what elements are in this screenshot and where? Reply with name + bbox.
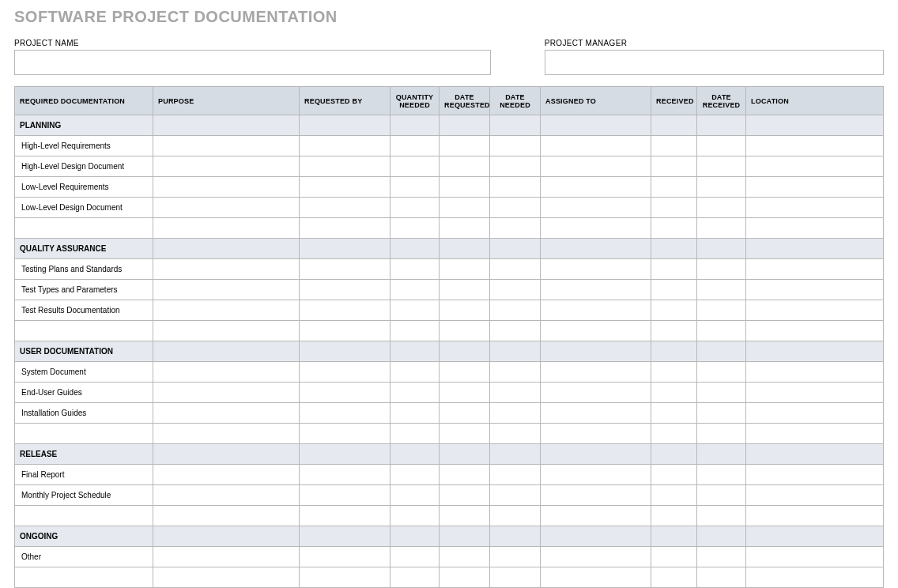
data-cell[interactable] xyxy=(391,506,440,526)
data-cell[interactable] xyxy=(541,424,651,444)
data-cell[interactable] xyxy=(541,506,651,526)
data-cell[interactable] xyxy=(300,362,391,383)
data-cell[interactable] xyxy=(391,259,440,280)
data-cell[interactable] xyxy=(391,218,440,239)
data-cell[interactable] xyxy=(153,177,300,198)
data-cell[interactable] xyxy=(746,177,884,198)
data-cell[interactable] xyxy=(153,485,300,506)
data-cell[interactable] xyxy=(541,383,651,403)
data-cell[interactable] xyxy=(440,198,490,218)
data-cell[interactable] xyxy=(490,136,541,156)
data-cell[interactable] xyxy=(651,280,697,300)
data-cell[interactable] xyxy=(651,547,697,567)
data-cell[interactable] xyxy=(391,485,440,506)
data-cell[interactable] xyxy=(697,506,746,526)
data-cell[interactable] xyxy=(440,547,490,567)
data-cell[interactable] xyxy=(440,383,490,403)
data-cell[interactable] xyxy=(391,465,440,485)
data-cell[interactable] xyxy=(697,485,746,506)
data-cell[interactable] xyxy=(651,506,697,526)
data-cell[interactable] xyxy=(300,321,391,341)
data-cell[interactable] xyxy=(153,156,300,177)
data-cell[interactable] xyxy=(541,136,651,156)
data-cell[interactable] xyxy=(440,259,490,280)
data-cell[interactable] xyxy=(300,300,391,321)
data-cell[interactable] xyxy=(490,280,541,300)
data-cell[interactable] xyxy=(490,362,541,383)
data-cell[interactable] xyxy=(300,280,391,300)
data-cell[interactable] xyxy=(697,567,746,588)
data-cell[interactable] xyxy=(697,465,746,485)
data-cell[interactable] xyxy=(440,177,490,198)
data-cell[interactable] xyxy=(697,321,746,341)
data-cell[interactable] xyxy=(153,567,300,588)
doc-name-cell[interactable] xyxy=(15,567,153,588)
data-cell[interactable] xyxy=(153,383,300,403)
data-cell[interactable] xyxy=(391,136,440,156)
data-cell[interactable] xyxy=(391,156,440,177)
data-cell[interactable] xyxy=(541,280,651,300)
data-cell[interactable] xyxy=(391,424,440,444)
data-cell[interactable] xyxy=(746,567,884,588)
data-cell[interactable] xyxy=(697,547,746,567)
data-cell[interactable] xyxy=(153,259,300,280)
data-cell[interactable] xyxy=(746,259,884,280)
data-cell[interactable] xyxy=(746,547,884,567)
data-cell[interactable] xyxy=(746,383,884,403)
data-cell[interactable] xyxy=(300,383,391,403)
data-cell[interactable] xyxy=(391,362,440,383)
data-cell[interactable] xyxy=(391,547,440,567)
data-cell[interactable] xyxy=(651,383,697,403)
data-cell[interactable] xyxy=(300,485,391,506)
data-cell[interactable] xyxy=(153,547,300,567)
data-cell[interactable] xyxy=(651,567,697,588)
data-cell[interactable] xyxy=(440,567,490,588)
data-cell[interactable] xyxy=(440,156,490,177)
data-cell[interactable] xyxy=(440,506,490,526)
data-cell[interactable] xyxy=(490,485,541,506)
data-cell[interactable] xyxy=(651,156,697,177)
data-cell[interactable] xyxy=(697,424,746,444)
data-cell[interactable] xyxy=(541,362,651,383)
data-cell[interactable] xyxy=(697,403,746,424)
data-cell[interactable] xyxy=(490,177,541,198)
data-cell[interactable] xyxy=(651,485,697,506)
data-cell[interactable] xyxy=(300,567,391,588)
data-cell[interactable] xyxy=(300,506,391,526)
data-cell[interactable] xyxy=(153,300,300,321)
data-cell[interactable] xyxy=(697,177,746,198)
doc-name-cell[interactable]: Other xyxy=(15,547,153,567)
data-cell[interactable] xyxy=(300,465,391,485)
data-cell[interactable] xyxy=(746,156,884,177)
data-cell[interactable] xyxy=(440,218,490,239)
data-cell[interactable] xyxy=(541,321,651,341)
data-cell[interactable] xyxy=(746,362,884,383)
data-cell[interactable] xyxy=(697,259,746,280)
data-cell[interactable] xyxy=(746,485,884,506)
doc-name-cell[interactable] xyxy=(15,321,153,341)
data-cell[interactable] xyxy=(300,424,391,444)
project-manager-input[interactable] xyxy=(545,50,884,75)
data-cell[interactable] xyxy=(153,506,300,526)
data-cell[interactable] xyxy=(153,403,300,424)
data-cell[interactable] xyxy=(651,198,697,218)
data-cell[interactable] xyxy=(541,465,651,485)
data-cell[interactable] xyxy=(490,156,541,177)
data-cell[interactable] xyxy=(490,218,541,239)
doc-name-cell[interactable]: Testing Plans and Standards xyxy=(15,259,153,280)
data-cell[interactable] xyxy=(541,156,651,177)
data-cell[interactable] xyxy=(746,506,884,526)
doc-name-cell[interactable] xyxy=(15,506,153,526)
data-cell[interactable] xyxy=(300,218,391,239)
data-cell[interactable] xyxy=(651,424,697,444)
data-cell[interactable] xyxy=(541,567,651,588)
data-cell[interactable] xyxy=(300,177,391,198)
data-cell[interactable] xyxy=(541,218,651,239)
data-cell[interactable] xyxy=(440,424,490,444)
data-cell[interactable] xyxy=(490,465,541,485)
data-cell[interactable] xyxy=(541,485,651,506)
data-cell[interactable] xyxy=(490,567,541,588)
data-cell[interactable] xyxy=(697,136,746,156)
doc-name-cell[interactable] xyxy=(15,424,153,444)
data-cell[interactable] xyxy=(651,218,697,239)
